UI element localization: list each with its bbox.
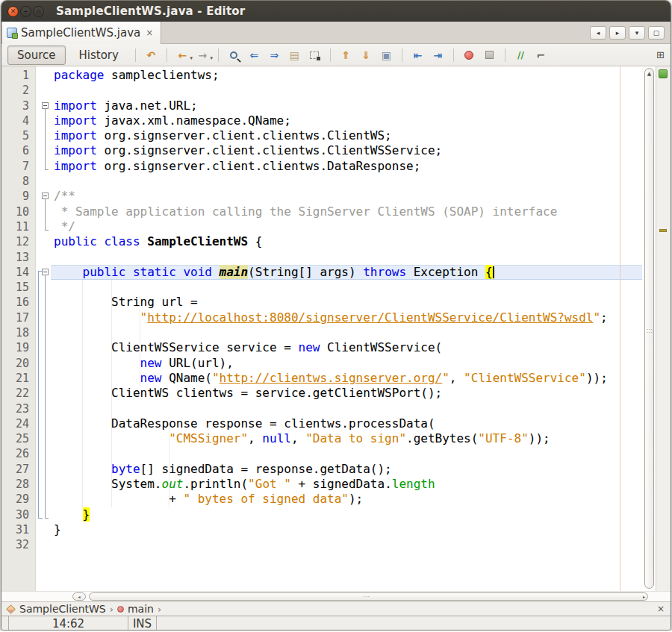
code-line[interactable]: import org.signserver.client.clientws.Da… xyxy=(51,159,642,174)
back-icon[interactable]: ←▾ xyxy=(175,47,190,63)
code-line[interactable]: ClientWS clientws = service.getClientWSP… xyxy=(51,386,642,401)
editor-window: ✕ – ▫ SampleClientWS.java - Editor Sampl… xyxy=(1,0,671,631)
line-number: 23 xyxy=(1,401,29,416)
status-message-area xyxy=(157,616,671,631)
java-file-icon xyxy=(7,28,17,38)
code-line[interactable]: String url = xyxy=(51,295,642,310)
code-line[interactable] xyxy=(51,446,642,461)
tab-close-icon[interactable]: × xyxy=(146,28,153,38)
code-line[interactable] xyxy=(51,537,642,552)
history-view-button[interactable]: History xyxy=(70,46,128,64)
rectangular-selection-icon[interactable] xyxy=(307,47,323,63)
code-line[interactable]: public static void main(String[] args) t… xyxy=(51,265,642,280)
minimize-window-icon[interactable]: – xyxy=(20,6,31,17)
collapse-fold-icon[interactable] xyxy=(42,102,49,109)
code-line[interactable]: import org.signserver.client.clientws.Cl… xyxy=(51,128,642,143)
uncomment-icon[interactable]: ⌐ xyxy=(533,47,549,63)
code-line[interactable] xyxy=(51,250,642,265)
line-number: 22 xyxy=(1,386,29,401)
toolbar-separator xyxy=(330,49,331,62)
collapse-fold-icon[interactable] xyxy=(42,193,49,199)
insert-mode-indicator: INS xyxy=(128,616,157,631)
code-line[interactable]: package sampleclientws; xyxy=(51,68,642,83)
code-line[interactable]: + " bytes of signed data"); xyxy=(51,492,642,507)
scroll-up-icon[interactable]: ▲ xyxy=(645,71,653,77)
jump-last-edit-icon[interactable]: ↶ xyxy=(143,47,159,63)
tab-bar: SampleClientWS.java × ◂ ▸ ▾ ▢ xyxy=(1,22,671,44)
find-next-icon[interactable]: ⇒ xyxy=(267,47,282,63)
window-controls: ✕ – ▫ xyxy=(7,6,44,17)
code-area[interactable]: package sampleclientws;import java.net.U… xyxy=(51,68,642,591)
toolbar-overflow-icon[interactable]: ⊞ xyxy=(656,49,665,60)
start-macro-recording-icon[interactable] xyxy=(461,47,477,63)
code-line[interactable]: "CMSSigner", null, "Data to sign".getByt… xyxy=(51,431,642,446)
find-selection-icon[interactable] xyxy=(226,47,242,63)
code-line[interactable] xyxy=(51,280,642,295)
tab-bar-spacer xyxy=(161,22,590,43)
code-line[interactable]: public class SampleClientWS { xyxy=(51,234,642,249)
line-number: 6 xyxy=(1,143,29,158)
scroll-tabs-right-button[interactable]: ▸ xyxy=(609,26,626,40)
code-line[interactable]: */ xyxy=(51,219,642,234)
code-line[interactable] xyxy=(51,325,642,340)
breadcrumb-method[interactable]: main › xyxy=(117,603,161,615)
comment-icon[interactable]: // xyxy=(513,47,529,63)
line-number: 3 xyxy=(1,98,29,113)
line-number: 7 xyxy=(1,159,29,174)
code-line[interactable]: new URL(url), xyxy=(51,356,642,371)
occurrence-mark[interactable] xyxy=(659,229,667,232)
code-line[interactable] xyxy=(51,174,642,189)
code-line[interactable]: * Sample application calling the SignSer… xyxy=(51,204,642,219)
line-number: 5 xyxy=(1,128,29,143)
scrollbar-grip: ⋯ xyxy=(90,595,643,598)
code-line[interactable]: import java.net.URL; xyxy=(51,98,642,113)
code-line[interactable]: } xyxy=(51,507,642,522)
fold-guide-line xyxy=(45,109,46,169)
scroll-left-icon[interactable]: ◂ xyxy=(72,592,86,601)
close-window-icon[interactable]: ✕ xyxy=(7,6,19,17)
code-line[interactable]: DataResponse response = clientws.process… xyxy=(51,416,642,431)
code-line[interactable]: "http://localhost:8080/signserver/Client… xyxy=(51,310,642,325)
find-previous-icon[interactable]: ⇐ xyxy=(246,47,262,63)
no-errors-indicator[interactable] xyxy=(659,69,668,78)
forward-icon[interactable]: →▾ xyxy=(195,47,211,63)
breadcrumb-close-icon[interactable]: × xyxy=(657,604,666,614)
maximize-editor-button[interactable]: ▢ xyxy=(648,26,665,40)
code-line[interactable]: } xyxy=(51,522,642,537)
breadcrumb-class[interactable]: SampleClientWS › xyxy=(6,603,113,615)
shift-line-left-icon[interactable]: ⇤ xyxy=(410,47,426,63)
source-view-button[interactable]: Source xyxy=(7,46,66,65)
line-number: 26 xyxy=(1,446,29,461)
code-fold-column xyxy=(37,68,51,591)
tab-list-dropdown-button[interactable]: ▾ xyxy=(629,26,645,40)
code-line[interactable]: byte[] signedData = response.getData(); xyxy=(51,462,642,477)
code-line[interactable]: ClientWSService service = new ClientWSSe… xyxy=(51,340,642,355)
scroll-tabs-left-button[interactable]: ◂ xyxy=(590,26,606,40)
code-line[interactable]: import org.signserver.client.clientws.Cl… xyxy=(51,143,642,158)
window-title: SampleClientWS.java - Editor xyxy=(56,4,245,18)
toggle-highlight-icon[interactable]: ▤ xyxy=(287,47,302,63)
code-line[interactable]: new QName("http://clientws.signserver.or… xyxy=(51,371,642,386)
code-line[interactable]: System.out.println("Got " + signedData.l… xyxy=(51,477,642,492)
shift-line-right-icon[interactable]: ⇥ xyxy=(430,47,446,63)
code-line[interactable]: /** xyxy=(51,189,642,204)
collapse-fold-icon[interactable] xyxy=(42,269,49,275)
code-line[interactable]: import javax.xml.namespace.QName; xyxy=(51,113,642,128)
previous-bookmark-icon[interactable]: ⇑ xyxy=(338,47,354,63)
stop-macro-recording-icon[interactable] xyxy=(482,47,497,63)
code-line[interactable] xyxy=(51,401,642,416)
scroll-right-icon[interactable]: ▸ xyxy=(643,594,647,599)
horizontal-scrollbar[interactable]: ⋯ ▸ xyxy=(89,592,648,601)
fold-guide-line xyxy=(45,275,46,518)
line-number: 29 xyxy=(1,492,29,507)
code-line[interactable] xyxy=(51,83,642,98)
maximize-window-icon[interactable]: ▫ xyxy=(33,6,44,17)
tab-sampleclientws[interactable]: SampleClientWS.java × xyxy=(1,22,161,44)
line-number: 12 xyxy=(1,234,29,249)
toggle-bookmark-icon[interactable]: ▣ xyxy=(379,47,394,63)
vertical-scrollbar[interactable]: ▲ ⋯⋯ xyxy=(644,68,654,589)
next-bookmark-icon[interactable]: ⇓ xyxy=(358,47,374,63)
horizontal-scrollbar-row: ◂ ⋯ ▸ xyxy=(1,591,671,601)
line-number: 19 xyxy=(1,340,29,355)
line-number: 10 xyxy=(1,204,29,219)
